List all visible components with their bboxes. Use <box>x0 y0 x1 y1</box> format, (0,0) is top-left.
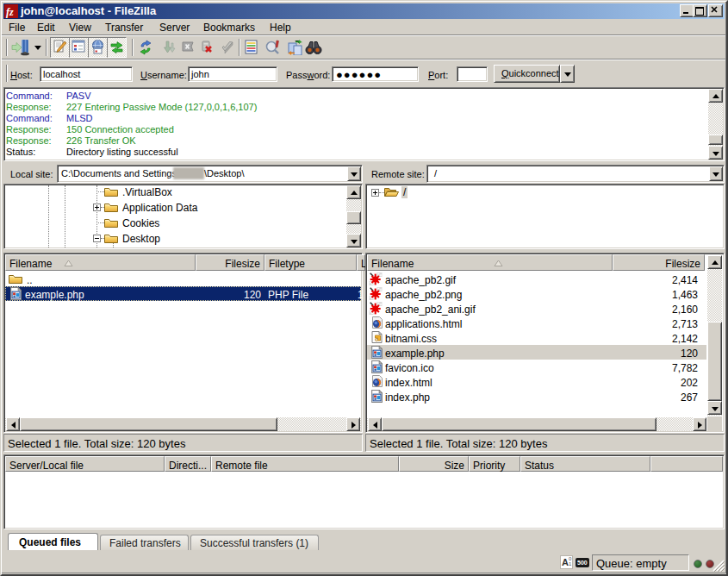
svg-text:fz: fz <box>6 6 14 18</box>
